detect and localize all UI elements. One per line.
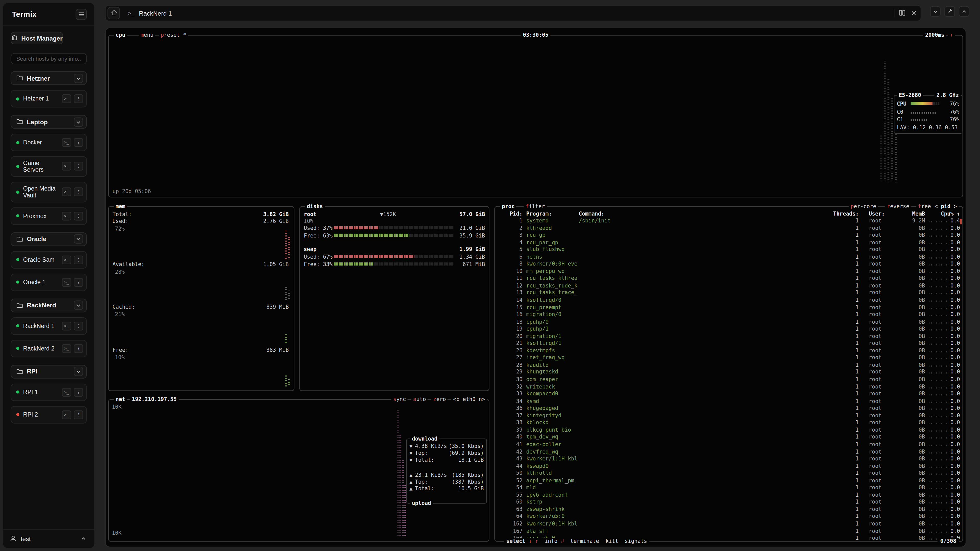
process-row[interactable]: 37 kintegrityd 1 root 0B 0.0 <box>495 412 961 419</box>
home-button[interactable] <box>107 7 120 19</box>
process-row[interactable]: 60 kstrp 1 root 0B 0.0 <box>495 499 961 506</box>
process-row[interactable]: 21 ksoftirqd/1 1 root 0B 0.0 <box>495 340 961 347</box>
process-row[interactable]: 36 khugepaged 1 root 0B 0.0 <box>495 405 961 412</box>
host-item[interactable]: RackNerd 1 >_ ⋮ <box>11 317 87 335</box>
process-row[interactable]: 50 kthrotld 1 root 0B 0.0 <box>495 470 961 477</box>
process-row[interactable]: 13 rcu_tasks_trace_ 1 root 0B 0.0 <box>495 289 961 297</box>
proc-tree-toggle[interactable]: tree <box>916 203 933 209</box>
panel-down-button[interactable] <box>930 6 941 17</box>
host-item[interactable]: RackNerd 2 >_ ⋮ <box>11 340 87 357</box>
preset-button[interactable]: preset * <box>159 32 188 38</box>
col-program[interactable]: Program: <box>526 210 552 217</box>
sidebar-collapse-button[interactable] <box>76 9 87 20</box>
proc-filter-button[interactable]: filter <box>524 203 547 209</box>
host-menu-button[interactable]: ⋮ <box>74 211 83 220</box>
proc-reverse-toggle[interactable]: reverse <box>885 203 911 209</box>
host-terminal-button[interactable]: >_ <box>62 94 71 103</box>
process-row[interactable]: 14 ksoftirqd/0 1 root 0B 0.0 <box>495 297 961 304</box>
tools-button[interactable] <box>944 6 955 17</box>
group-header[interactable]: RPI <box>11 365 87 378</box>
host-terminal-button[interactable]: >_ <box>62 187 71 196</box>
host-terminal-button[interactable]: >_ <box>62 388 71 396</box>
panel-up-button[interactable] <box>959 6 969 17</box>
process-row[interactable]: 52 acpi_thermal_pm 1 root 0B 0.0 <box>495 477 961 484</box>
host-menu-button[interactable]: ⋮ <box>74 187 83 196</box>
host-menu-button[interactable]: ⋮ <box>74 94 83 103</box>
host-menu-button[interactable]: ⋮ <box>74 344 83 353</box>
group-header[interactable]: Oracle <box>11 232 87 246</box>
host-terminal-button[interactable]: >_ <box>62 278 71 286</box>
process-row[interactable]: 54 mld 1 root 0B 0.0 <box>495 484 961 492</box>
search-input[interactable] <box>11 53 87 64</box>
group-collapse-button[interactable] <box>74 234 83 244</box>
process-row[interactable]: 63 zswap-shrink 1 root 0B 0.0 <box>495 506 961 513</box>
host-menu-button[interactable]: ⋮ <box>74 278 83 286</box>
host-menu-button[interactable]: ⋮ <box>74 388 83 396</box>
process-row[interactable]: 26 kdevtmpfs 1 root 0B 0.0 <box>495 347 961 354</box>
net-auto-toggle[interactable]: auto <box>411 396 428 402</box>
process-row[interactable]: 19 cpuhp/1 1 root 0B 0.0 <box>495 326 961 333</box>
host-item[interactable]: RPI 1 >_ ⋮ <box>11 383 87 401</box>
col-threads[interactable]: Threads: <box>820 210 859 217</box>
process-row[interactable]: 39 blkcg_punt_bio 1 root 0B 0.0 <box>495 427 961 433</box>
group-collapse-button[interactable] <box>74 367 83 376</box>
process-row[interactable]: 42 devfreq_wq 1 root 0B 0.0 <box>495 448 961 455</box>
group-header[interactable]: RackNerd <box>11 299 87 312</box>
process-row[interactable]: 1 systemd /sbin/init 1 root 9.2M 0.4 <box>495 218 961 224</box>
col-mem[interactable]: MemB <box>889 210 925 217</box>
process-row[interactable]: 18 cpuhp/0 1 root 0B 0.0 <box>495 318 961 326</box>
host-item[interactable]: Hetzner 1 >_ ⋮ <box>11 90 87 108</box>
process-row[interactable]: 30 oom_reaper 1 root 0B 0.0 <box>495 376 961 383</box>
process-row[interactable]: 29 khungtaskd 1 root 0B 0.0 <box>495 369 961 376</box>
process-row[interactable]: 20 migration/1 1 root 0B 0.0 <box>495 333 961 340</box>
process-row[interactable]: 162 kworker/0:1H-kbl 1 root 0B 0.0 <box>495 520 961 527</box>
host-menu-button[interactable]: ⋮ <box>74 138 83 147</box>
group-collapse-button[interactable] <box>74 117 83 127</box>
process-row[interactable]: 10 mm_percpu_wq 1 root 0B 0.0 <box>495 268 961 275</box>
proc-sort-selector[interactable]: < pid > <box>932 203 959 209</box>
key-kill[interactable]: kill <box>605 538 618 544</box>
col-cpu[interactable]: Cpu% ↑ <box>932 210 960 217</box>
process-row[interactable]: 33 kcompactd0 1 root 0B 0.0 <box>495 391 961 398</box>
group-header[interactable]: Hetzner <box>11 71 87 85</box>
net-sync-toggle[interactable]: sync <box>391 396 408 402</box>
split-view-button[interactable] <box>897 8 907 18</box>
process-row[interactable]: 4 rcu_par_gp 1 root 0B 0.0 <box>495 239 961 246</box>
host-terminal-button[interactable]: >_ <box>62 256 71 264</box>
host-item[interactable]: Oracle 1 >_ ⋮ <box>11 273 87 291</box>
process-row[interactable]: 27 inet_frag_wq 1 root 0B 0.0 <box>495 354 961 362</box>
process-row[interactable]: 12 rcu_tasks_rude_k 1 root 0B 0.0 <box>495 283 961 289</box>
process-row[interactable]: 41 edac-poller 1 root 0B 0.0 <box>495 441 961 448</box>
process-row[interactable]: 8 kworker/0:0H-eve 1 root 0B 0.0 <box>495 261 961 268</box>
host-terminal-button[interactable]: >_ <box>62 410 71 419</box>
process-row[interactable]: 2 kthreadd 1 root 0B 0.0 <box>495 225 961 232</box>
key-terminate[interactable]: terminate <box>570 538 599 544</box>
process-row[interactable]: 11 rcu_tasks_kthrea 1 root 0B 0.0 <box>495 275 961 282</box>
host-menu-button[interactable]: ⋮ <box>74 410 83 419</box>
terminal-viewport[interactable]: cpu menu preset * 03:30:05 2000ms + E5-2… <box>105 27 966 548</box>
col-pid[interactable]: Pid: <box>495 210 523 217</box>
process-row[interactable]: 55 ipv6_addrconf 1 root 0B 0.0 <box>495 492 961 499</box>
process-row[interactable]: 44 kswapd0 1 root 0B 0.0 <box>495 463 961 470</box>
process-row[interactable]: 3 rcu_gp 1 root 0B 0.0 <box>495 232 961 239</box>
col-user[interactable]: User: <box>869 210 885 217</box>
refresh-increase-button[interactable]: + <box>948 32 955 38</box>
group-collapse-button[interactable] <box>74 73 83 83</box>
process-row[interactable]: 16 migration/0 1 root 0B 0.0 <box>495 311 961 318</box>
process-row[interactable]: 43 kworker/1:1H-kbl 1 root 0B 0.0 <box>495 455 961 462</box>
host-menu-button[interactable]: ⋮ <box>74 321 83 330</box>
process-row[interactable]: 32 writeback 1 root 0B 0.0 <box>495 383 961 391</box>
host-manager-button[interactable]: Host Manager <box>11 32 63 44</box>
key-signals[interactable]: signals <box>625 538 647 544</box>
process-row[interactable]: 40 tpm_dev_wq 1 root 0B 0.0 <box>495 434 961 441</box>
tab-racknerd-1[interactable]: >_ RackNerd 1 <box>120 6 894 21</box>
proc-percore-toggle[interactable]: per-core <box>849 203 878 209</box>
key-select[interactable]: select <box>506 538 525 544</box>
host-terminal-button[interactable]: >_ <box>62 211 71 220</box>
process-row[interactable]: 6 netns 1 root 0B 0.0 <box>495 254 961 261</box>
process-row[interactable]: 34 ksmd 1 root 0B 0.0 <box>495 398 961 405</box>
host-terminal-button[interactable]: >_ <box>62 321 71 330</box>
host-item[interactable]: RPI 2 >_ ⋮ <box>11 406 87 424</box>
process-row[interactable]: 38 kblockd 1 root 0B 0.0 <box>495 419 961 427</box>
process-row[interactable]: 5 slub_flushwq 1 root 0B 0.0 <box>495 246 961 253</box>
